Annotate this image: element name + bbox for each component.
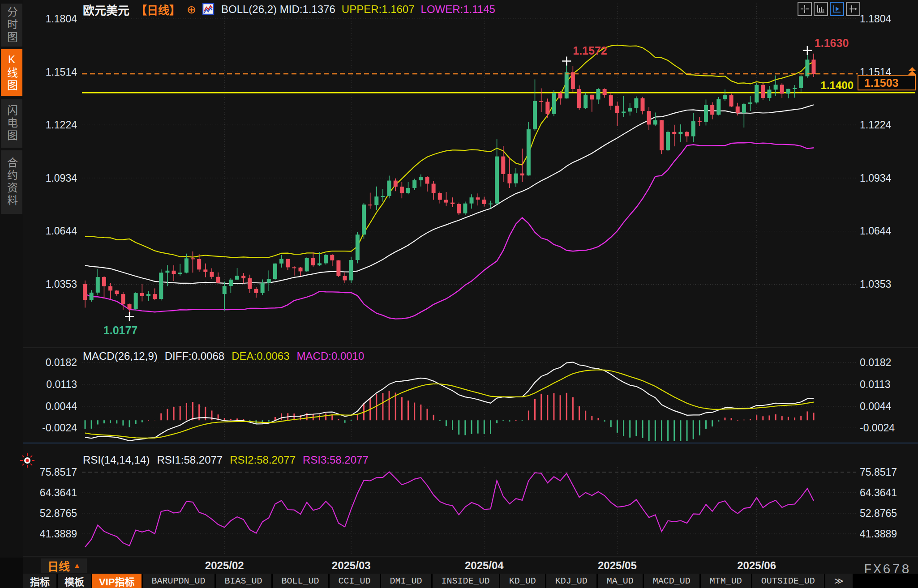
macd-hist-bar: [547, 395, 548, 420]
macd-hist-bar: [705, 420, 707, 429]
macd-hist-bar: [180, 406, 181, 420]
tab-vip指标[interactable]: VIP指标: [92, 574, 141, 588]
macd-hist-bar: [806, 411, 808, 420]
candle-body: [691, 121, 695, 136]
candle-body: [748, 102, 752, 104]
macd-group: [85, 391, 815, 450]
tab-bias_ud[interactable]: BIAS_UD: [216, 574, 271, 588]
candle-body: [710, 105, 714, 115]
axis-tick-label: 75.8517: [40, 466, 77, 478]
axis-tick-label: 1.1804: [46, 13, 77, 25]
macd-hist-bar: [420, 405, 421, 420]
macd-hist-bar: [408, 401, 409, 420]
candle-body: [489, 204, 493, 205]
support-price-label: 1.1400: [821, 79, 854, 91]
macd-hist-bar: [794, 418, 795, 420]
macd-hist-bar: [433, 415, 434, 420]
candle-body: [241, 276, 245, 278]
candle-body: [432, 184, 436, 193]
candle-body: [812, 60, 816, 74]
tab-inside_ud[interactable]: INSIDE_UD: [433, 574, 499, 588]
tab-≫[interactable]: ≫: [825, 574, 853, 588]
macd-hist-bar: [376, 394, 377, 420]
tab-模板[interactable]: 模板: [58, 574, 91, 588]
macd-hist-bar: [737, 420, 738, 421]
chart-toolbar: [798, 2, 860, 16]
macd-hist-bar: [477, 420, 479, 434]
candle-body: [450, 203, 455, 204]
macd-hist-bar: [91, 420, 92, 429]
tab-macd_ud[interactable]: MACD_UD: [644, 574, 699, 588]
candle-body: [520, 174, 524, 175]
axis-tick-label: 1.1804: [860, 13, 892, 25]
tab-kdj_ud[interactable]: KDJ_UD: [546, 574, 596, 588]
period-tag: 【日线】: [136, 1, 180, 17]
x-axis-date-label: 2025/02: [205, 559, 244, 572]
candle-body: [229, 280, 233, 286]
add-indicator-icon[interactable]: ⊕: [187, 4, 196, 15]
macd-hist-bar: [192, 402, 193, 420]
candle-body: [590, 95, 594, 100]
candle-body: [577, 89, 581, 108]
axis-tick-label: 52.8765: [860, 507, 897, 519]
tab-outside_ud[interactable]: OUTSIDE_UD: [752, 574, 824, 588]
candle-body: [197, 259, 201, 269]
macd-hist-bar: [243, 419, 244, 420]
axis-tick-label: 0.0113: [46, 379, 77, 390]
tab-cci_ud[interactable]: CCI_UD: [330, 574, 380, 588]
boll-readout: BOLL(26,2) MID:1.1376: [221, 3, 335, 16]
candle-body: [96, 277, 100, 293]
macd-hist-bar: [401, 397, 403, 421]
crosshair-move-icon[interactable]: [798, 2, 812, 16]
candle-body: [786, 89, 790, 94]
candle-body: [463, 204, 467, 213]
sidebar-item-flash-chart[interactable]: 闪电图: [1, 99, 22, 148]
sidebar-item-time-chart[interactable]: 分时图: [1, 4, 22, 47]
tab-mtm_ud[interactable]: MTM_UD: [701, 574, 751, 588]
candle-body: [128, 304, 132, 309]
axis-tick-label: 64.3641: [40, 487, 77, 499]
macd-hist-bar: [648, 420, 650, 442]
macd-hist-bar: [446, 420, 447, 426]
tab-ma_ud[interactable]: MA_UD: [598, 574, 643, 588]
tab-指标[interactable]: 指标: [23, 574, 56, 588]
axis-tick-label: 0.0044: [46, 401, 77, 412]
candle-body: [672, 132, 676, 134]
candle-body: [146, 294, 150, 296]
candle-body: [698, 121, 702, 122]
macd-hist-bar: [236, 418, 238, 420]
period-selector-button[interactable]: 日线 ▲: [41, 558, 87, 573]
sidebar-item-kline-chart[interactable]: K线图: [1, 49, 22, 96]
candle-body: [254, 289, 258, 293]
axes-bars-icon[interactable]: [814, 2, 828, 16]
macd-hist-bar: [338, 419, 339, 420]
alert-sun-icon[interactable]: [20, 453, 35, 470]
tab-boll_ud[interactable]: BOLL_UD: [273, 574, 328, 588]
macd-hist-bar: [610, 420, 612, 427]
candle-body: [419, 177, 423, 180]
macd-hist-bar: [395, 392, 396, 420]
chart-type-icon[interactable]: [202, 3, 215, 16]
axes-play-icon[interactable]: [830, 2, 844, 16]
macd-hist-bar: [129, 420, 130, 427]
macd-hist-bar: [731, 418, 732, 420]
x-axis-strip: 日线 ▲ 2025/022025/032025/042025/052025/06: [23, 558, 918, 574]
tab-dmi_ud[interactable]: DMI_UD: [381, 574, 431, 588]
candle-body: [115, 290, 119, 294]
tab-kd_ud[interactable]: KD_UD: [500, 574, 545, 588]
macd-hist-bar: [205, 407, 206, 420]
macd-macd-readout: MACD:0.0010: [297, 350, 365, 362]
axis-shift-icon[interactable]: [846, 2, 860, 16]
macd-hist-bar: [502, 420, 504, 421]
macd-hist-bar: [509, 420, 510, 422]
tab-barupdn_ud[interactable]: BARUPDN_UD: [143, 574, 214, 588]
candle-body: [102, 277, 106, 286]
macd-hist-bar: [154, 420, 155, 420]
axis-tick-label: 0.0113: [860, 379, 891, 390]
macd-hist-bar: [541, 394, 542, 420]
macd-hist-bar: [471, 420, 472, 434]
macd-hist-bar: [585, 411, 586, 421]
candle-body: [438, 193, 442, 200]
sidebar-item-contract-info[interactable]: 合约资料: [1, 150, 22, 214]
main-chart-canvas[interactable]: 1.18041.18041.15141.15141.12241.12241.09…: [0, 0, 918, 588]
